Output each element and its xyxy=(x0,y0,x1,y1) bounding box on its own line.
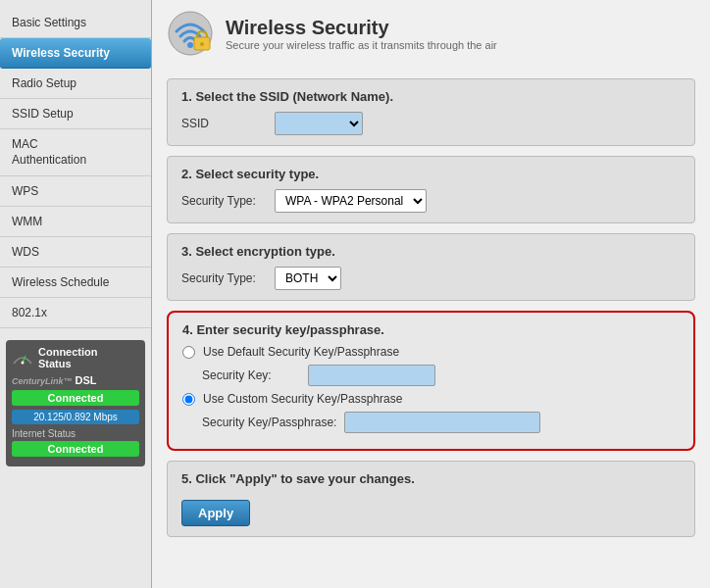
ssid-label: SSID xyxy=(181,117,265,130)
sidebar-item-wmm[interactable]: WMM xyxy=(0,207,151,237)
use-custom-radio-row: Use Custom Security Key/Passphrase xyxy=(182,392,680,406)
section-3-title: 3. Select encryption type. xyxy=(181,244,681,259)
section-4-card: 4. Enter security key/passphrase. Use De… xyxy=(167,311,695,451)
apply-button[interactable]: Apply xyxy=(181,500,250,526)
security-key-label: Security Key: xyxy=(202,368,300,382)
sidebar-item-radio-setup[interactable]: Radio Setup xyxy=(0,69,151,99)
ssid-select[interactable] xyxy=(275,112,363,135)
sidebar-item-wireless-security[interactable]: Wireless Security xyxy=(0,38,151,69)
sidebar-item-ssid-setup[interactable]: SSID Setup xyxy=(0,99,151,129)
use-custom-radio[interactable] xyxy=(182,393,195,406)
sidebar: Basic Settings Wireless Security Radio S… xyxy=(0,0,152,588)
section-3-card: 3. Select encryption type. Security Type… xyxy=(167,233,695,301)
speed-badge: 20.125/0.892 Mbps xyxy=(12,410,139,424)
page-subtitle: Secure your wireless traffic as it trans… xyxy=(226,39,497,51)
sidebar-item-wps[interactable]: WPS xyxy=(0,176,151,207)
encryption-type-label: Security Type: xyxy=(181,271,265,285)
internet-status-label: Internet Status xyxy=(12,428,139,439)
use-default-radio-row: Use Default Security Key/Passphrase xyxy=(182,345,680,359)
wireless-security-icon xyxy=(167,10,214,57)
page-title-group: Wireless Security Secure your wireless t… xyxy=(226,17,497,51)
sidebar-item-wireless-schedule[interactable]: Wireless Schedule xyxy=(0,268,151,298)
section-1-card: 1. Select the SSID (Network Name). SSID xyxy=(167,78,695,146)
apply-section: 5. Click "Apply" to save your changes. A… xyxy=(167,461,695,537)
connected-status-badge: Connected xyxy=(12,390,139,406)
use-default-label: Use Default Security Key/Passphrase xyxy=(203,345,399,359)
section-2-card: 2. Select security type. Security Type: … xyxy=(167,156,695,223)
gauge-icon xyxy=(12,350,33,366)
security-type-label: Security Type: xyxy=(181,194,265,208)
passphrase-input[interactable] xyxy=(344,412,540,433)
svg-point-2 xyxy=(187,42,193,48)
default-security-key-input[interactable] xyxy=(308,365,435,386)
internet-connected-badge: Connected xyxy=(12,441,139,457)
centurylink-dsl-label: CenturyLink™ DSL xyxy=(12,374,139,386)
page-header: Wireless Security Secure your wireless t… xyxy=(167,10,695,65)
section-4-title: 4. Enter security key/passphrase. xyxy=(182,322,680,337)
default-security-key-row: Security Key: xyxy=(202,365,680,386)
section-1-title: 1. Select the SSID (Network Name). xyxy=(181,89,681,104)
custom-passphrase-row: Security Key/Passphrase: xyxy=(202,412,680,433)
main-content: Wireless Security Secure your wireless t… xyxy=(152,0,710,588)
conn-status-header: ConnectionStatus xyxy=(12,346,139,369)
use-default-radio[interactable] xyxy=(182,346,195,359)
passphrase-label: Security Key/Passphrase: xyxy=(202,416,336,429)
section-5-title: 5. Click "Apply" to save your changes. xyxy=(181,471,681,486)
sidebar-item-8021x[interactable]: 802.1x xyxy=(0,298,151,328)
page-title: Wireless Security xyxy=(226,17,497,39)
security-type-select[interactable]: WPA - WPA2 Personal WPA Personal WPA2 Pe… xyxy=(275,189,427,213)
use-custom-label: Use Custom Security Key/Passphrase xyxy=(203,392,402,406)
sidebar-item-mac-authentication[interactable]: MACAuthentication xyxy=(0,129,151,176)
sidebar-item-basic-settings[interactable]: Basic Settings xyxy=(0,8,151,38)
ssid-field-row: SSID xyxy=(181,112,681,135)
connection-status-box: ConnectionStatus CenturyLink™ DSL Connec… xyxy=(6,340,145,466)
sidebar-item-wds[interactable]: WDS xyxy=(0,237,151,268)
svg-point-4 xyxy=(200,42,204,46)
encryption-type-select[interactable]: BOTH AES TKIP xyxy=(275,267,341,290)
section-2-title: 2. Select security type. xyxy=(181,167,681,181)
security-type-field-row: Security Type: WPA - WPA2 Personal WPA P… xyxy=(181,189,681,213)
svg-point-0 xyxy=(22,362,25,365)
encryption-type-field-row: Security Type: BOTH AES TKIP xyxy=(181,267,681,290)
